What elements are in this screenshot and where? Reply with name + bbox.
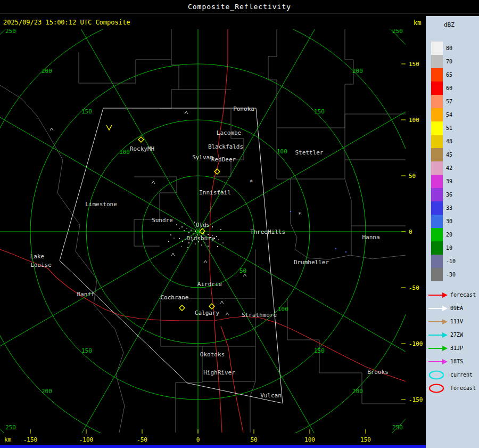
scale-row: 48 <box>431 135 456 148</box>
radar-echo <box>174 238 175 239</box>
city-label: Louise <box>30 262 52 268</box>
range-spoke <box>198 232 426 378</box>
radar-site-diamond-icon <box>179 305 185 311</box>
scale-swatch <box>431 82 443 95</box>
city-label: Didsbury <box>187 235 215 242</box>
scale-swatch <box>431 121 443 135</box>
radar-echo-weak <box>345 251 346 252</box>
map-layers: 2502001501002502001501005010015020025015… <box>0 13 426 448</box>
radar-echo <box>199 232 200 233</box>
city-label: Cochrane <box>161 294 189 301</box>
range-ring-label: 250 <box>5 424 16 431</box>
scale-value: 45 <box>446 152 452 158</box>
radar-echo <box>216 236 217 237</box>
scale-value: 65 <box>446 72 452 78</box>
bottom-axis-label: -100 <box>79 436 94 443</box>
radar-map[interactable]: 2502001501002502001501005010015020025015… <box>0 13 426 448</box>
right-axis-label: 150 <box>409 61 419 68</box>
storm-vector-arrow-icon <box>106 125 112 130</box>
current-position-ellipse-icon <box>428 370 448 380</box>
scale-row: -30 <box>431 268 456 281</box>
radar-echo <box>220 229 221 230</box>
scan-sector-outline <box>60 108 283 403</box>
scale-value: 42 <box>446 165 452 171</box>
radar-echo <box>194 222 195 223</box>
radar-echo <box>203 233 204 234</box>
scale-row: 39 <box>431 175 456 188</box>
county-boundary <box>277 128 291 224</box>
scale-swatch <box>431 228 443 241</box>
city-label: RockyMH <box>130 145 154 152</box>
scale-value: 36 <box>446 192 452 198</box>
city-label: Airdrie <box>197 281 222 288</box>
radar-echo <box>181 226 183 227</box>
city-label: Brooks <box>367 369 389 376</box>
scale-value: 70 <box>446 59 452 64</box>
scale-value: 54 <box>446 112 452 118</box>
legend-label: 18TS <box>450 359 463 364</box>
colorbar-unit-label: dBZ <box>444 21 455 28</box>
title-bar: Composite_Reflectivity <box>0 0 479 13</box>
site-star-marker: * <box>250 178 253 185</box>
city-label: Sylvan <box>192 154 213 161</box>
scale-value: 57 <box>446 99 452 104</box>
radar-echo <box>187 247 188 248</box>
horizontal-scrollbar[interactable] <box>0 445 426 448</box>
scale-row: 57 <box>431 95 456 108</box>
right-axis-label: 50 <box>409 173 416 180</box>
radar-echo <box>218 239 219 240</box>
city-label: Sundre <box>152 217 173 224</box>
radar-echo <box>188 242 189 243</box>
range-ring-label: 250 <box>392 424 403 431</box>
scale-swatch <box>431 161 443 175</box>
bottom-axis-label: 150 <box>360 436 371 443</box>
range-ring-label: 200 <box>42 388 52 395</box>
county-boundary <box>134 177 177 246</box>
scale-row: 54 <box>431 108 456 121</box>
radar-echo <box>188 232 189 233</box>
city-label: Drumheller <box>294 259 329 266</box>
scale-value: 30 <box>446 218 452 224</box>
forecast-position-ellipse-icon <box>428 383 448 394</box>
scale-swatch <box>431 241 443 255</box>
radar-echo <box>191 230 192 231</box>
city-label: HighRiver <box>203 369 235 376</box>
legend-label: current <box>450 372 473 378</box>
highway-line <box>221 326 243 433</box>
legend-row: forecast <box>428 381 476 395</box>
range-ring-label: 250 <box>392 28 403 35</box>
right-axis-label: 0 <box>409 229 412 235</box>
range-ring-label: 200 <box>352 68 363 75</box>
legend: forecast09EA111V27ZW31JP18TScurrentforec… <box>428 288 476 395</box>
scale-value: 10 <box>446 245 452 251</box>
county-boundary <box>345 128 406 160</box>
range-ring <box>0 13 422 448</box>
sidebar: dBZ 80706560575451484542393633302010-10-… <box>426 16 479 448</box>
radar-echo-weak <box>335 248 336 249</box>
radar-app-window: Composite_Reflectivity 2025/09/23 15:00:… <box>0 0 479 448</box>
scale-value: -10 <box>446 258 456 264</box>
range-ring-label: 100 <box>119 149 130 156</box>
bottom-axis-label: 100 <box>304 436 315 443</box>
town-caret-marker <box>220 301 224 304</box>
bottom-axis-unit-label: km <box>4 436 12 443</box>
radar-echo <box>204 242 205 243</box>
city-label: Blackfalds <box>208 143 243 150</box>
scale-swatch <box>431 268 443 281</box>
radar-echo-weak <box>290 211 291 212</box>
scale-swatch <box>431 55 443 68</box>
storm-09ea-arrow-icon <box>428 305 448 312</box>
scale-row: 36 <box>431 188 456 201</box>
storm-31jp-arrow-icon <box>428 345 448 352</box>
city-label: ThreeHills <box>250 229 285 235</box>
range-ring-label: 200 <box>352 388 363 395</box>
range-ring-label: 150 <box>314 347 325 354</box>
scale-row: 60 <box>431 82 456 95</box>
scale-row: 30 <box>431 215 456 228</box>
scale-row: 80 <box>431 42 456 55</box>
radar-echo <box>168 241 169 242</box>
color-scale: 80706560575451484542393633302010-10-30 <box>431 42 456 281</box>
scale-value: 60 <box>446 85 452 91</box>
city-label: Lacombe <box>217 129 241 136</box>
scale-swatch <box>431 95 443 108</box>
